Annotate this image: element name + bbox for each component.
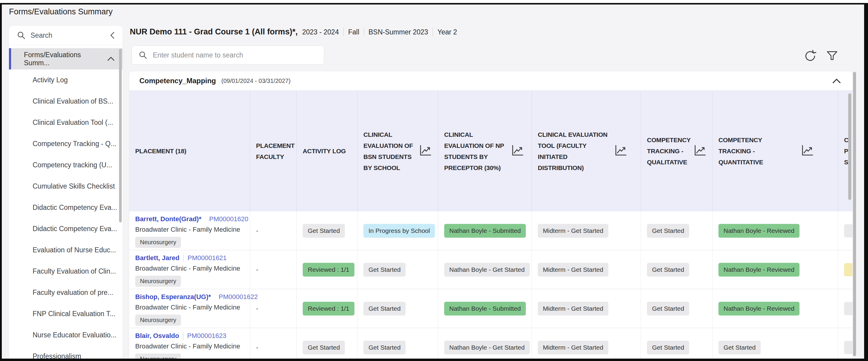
status-badge[interactable]: Get Started <box>718 341 761 354</box>
sidebar-item-didactic-competency-eva-2[interactable]: Didactic Competency Eva... <box>9 218 123 239</box>
placement-faculty-cell: - <box>250 289 297 328</box>
status-badge[interactable]: Nathan Boyle - Submitted <box>444 302 526 315</box>
status-badge[interactable]: Get Started <box>364 341 406 354</box>
competency-qualitative-cell: Get Started <box>641 328 712 359</box>
column-header-clinical-eval-tool: CLINICAL EVALUATION TOOL (FACULTY INITIA… <box>532 91 641 211</box>
sidebar-item-evaluation-of-nurse-educator[interactable]: Evaluation of Nurse Educ... <box>9 239 123 261</box>
chart-icon[interactable] <box>510 144 524 158</box>
filter-button[interactable] <box>826 49 839 62</box>
sidebar-collapse-button[interactable] <box>110 31 115 39</box>
placement-id-link[interactable]: PM00001620 <box>209 215 248 223</box>
chart-icon[interactable] <box>614 144 627 158</box>
placement-id-link[interactable]: PM00001621 <box>188 254 227 262</box>
status-badge[interactable]: Get Started <box>647 302 689 315</box>
course-header: NUR Demo 111 - Grad Course 1 (All forms)… <box>130 26 457 38</box>
status-badge[interactable]: Midterm - Get Started <box>538 302 609 315</box>
chart-icon[interactable] <box>418 144 432 158</box>
sidebar-item-competency-tracking-qualitative[interactable]: Competency Tracking - Q... <box>9 133 123 154</box>
sidebar-item-clinical-evaluation-tool[interactable]: Clinical Evaluation Tool (... <box>9 112 123 133</box>
top-strip <box>0 0 868 3</box>
sidebar-item-faculty-evaluation-of-clinical[interactable]: Faculty Evaluation of Clin... <box>9 261 123 282</box>
table-row: Bartlett, Jared PM00001621 Broadwater Cl… <box>129 250 852 289</box>
status-badge[interactable] <box>844 302 852 315</box>
table-row: Bishop, Esperanza(UG)* PM00001622 Broadw… <box>129 289 852 328</box>
status-badge[interactable]: Nathan Boyle - Get Started <box>444 341 530 354</box>
student-search-input[interactable] <box>152 51 317 60</box>
table-row: Barrett, Donte(Grad)* PM00001620 Broadwa… <box>129 211 852 250</box>
page-title: Forms/Evaluations Summary <box>9 7 113 17</box>
sidebar-item-professionalism[interactable]: Professionalism <box>9 346 123 361</box>
sidebar-item-cumulative-skills-checklist[interactable]: Cumulative Skills Checklist <box>9 176 123 197</box>
status-badge[interactable]: Nathan Boyle - Reviewed <box>718 224 800 238</box>
placement-cell: Barrett, Donte(Grad)* PM00001620 Broadwa… <box>129 211 250 250</box>
clinical-eval-tool-cell: Midterm - Get Started <box>532 211 641 250</box>
clinical-eval-tool-cell: Midterm - Get Started <box>532 328 641 359</box>
sidebar-search[interactable]: Search <box>9 26 123 45</box>
sidebar-item-activity-log[interactable]: Activity Log <box>9 69 123 91</box>
section-date-range: (09/01/2024 - 03/31/2027) <box>221 78 290 84</box>
status-badge[interactable]: Midterm - Get Started <box>538 224 609 238</box>
table-scrollbar[interactable] <box>848 93 851 200</box>
sidebar-item-didactic-competency-eva-1[interactable]: Didactic Competency Eva... <box>9 197 123 218</box>
sidebar-scrollbar[interactable] <box>119 49 122 222</box>
clinical-eval-bsn-cell: Get Started <box>358 289 438 328</box>
activity-log-cell: Get Started <box>297 211 358 250</box>
status-badge[interactable]: Reviewed : 1/1 <box>303 302 354 315</box>
divider <box>364 27 364 36</box>
clinical-eval-bsn-cell: Get Started <box>358 328 438 359</box>
competency-quantitative-cell: Get Started <box>712 328 838 359</box>
chevron-up-icon <box>107 57 115 61</box>
placement-site: Broadwater Clinic - Family Medicine <box>135 303 247 311</box>
student-name-link[interactable]: Blair, Osvaldo <box>135 332 179 340</box>
status-badge[interactable]: Nathan Boyle - Submitted <box>444 224 526 238</box>
placement-id-link[interactable]: PM00001623 <box>187 332 226 340</box>
section-title: Competency_Mapping <box>140 77 216 85</box>
sidebar-item-fnp-clinical-evaluation[interactable]: FNP Clinical Evaluation T... <box>9 303 123 325</box>
competency-mapping-card: Competency_Mapping (09/01/2024 - 03/31/2… <box>129 71 852 359</box>
status-badge[interactable] <box>844 263 852 276</box>
placement-cell: Blair, Osvaldo PM00001623 Broadwater Cli… <box>129 328 250 359</box>
column-header-placement-faculty: PLACEMENT FACULTY <box>250 91 297 211</box>
sidebar-item-competency-tracking-ug[interactable]: Competency tracking (U... <box>9 154 123 176</box>
sidebar-item-nurse-educator-evaluation[interactable]: Nurse Educator Evaluatio... <box>9 325 123 346</box>
student-search-box[interactable] <box>132 46 324 65</box>
student-name-link[interactable]: Bartlett, Jared <box>135 254 180 262</box>
sidebar-item-faculty-evaluation-of-preceptor[interactable]: Faculty evaluation of pre... <box>9 282 123 303</box>
chart-icon[interactable] <box>693 144 707 158</box>
sidebar-item-clinical-evaluation-of-bsn[interactable]: Clinical Evaluation of BS... <box>9 91 123 112</box>
clinical-eval-np-cell: Nathan Boyle - Submitted <box>438 289 532 328</box>
search-icon <box>138 51 148 60</box>
status-badge[interactable]: Get Started <box>647 263 689 277</box>
status-badge[interactable]: Get Started <box>303 341 345 354</box>
placement-faculty-cell: - <box>250 211 297 250</box>
status-badge[interactable]: Nathan Boyle - Reviewed <box>718 302 800 315</box>
chart-icon[interactable] <box>800 144 814 158</box>
status-badge[interactable]: Nathan Boyle - Get Started <box>444 263 530 277</box>
status-badge[interactable]: Nathan Boyle - Reviewed <box>718 263 800 277</box>
page-scrollbar[interactable] <box>853 72 856 356</box>
section-collapse-button[interactable] <box>832 79 841 84</box>
clinical-eval-tool-cell: Midterm - Get Started <box>532 289 641 328</box>
specialty-tag: Neurosurgery <box>135 314 181 326</box>
status-badge[interactable]: Get Started <box>303 224 345 238</box>
divider <box>183 332 183 340</box>
sidebar-item-forms-evaluations-summary[interactable]: Forms/Evaluations Summ... <box>9 48 123 69</box>
column-header-placement: PLACEMENT (18) <box>129 91 250 211</box>
status-badge[interactable] <box>844 341 852 354</box>
course-meta-cohort: BSN-Summer 2023 <box>369 28 428 36</box>
status-badge[interactable]: Get Started <box>364 302 406 315</box>
status-badge[interactable]: Get Started <box>364 263 406 277</box>
status-badge[interactable]: Get Started <box>647 224 689 238</box>
status-badge[interactable] <box>844 224 852 237</box>
status-badge[interactable]: Reviewed : 1/1 <box>303 263 354 277</box>
refresh-button[interactable] <box>804 49 817 62</box>
status-badge[interactable]: Midterm - Get Started <box>538 341 609 354</box>
section-header: Competency_Mapping (09/01/2024 - 03/31/2… <box>129 71 852 91</box>
student-name-link[interactable]: Bishop, Esperanza(UG)* <box>135 293 211 301</box>
status-badge[interactable]: Get Started <box>647 341 689 354</box>
status-badge[interactable]: Midterm - Get Started <box>538 263 609 277</box>
sidebar: Search Forms/Evaluations Summ... Activit… <box>9 26 123 359</box>
student-name-link[interactable]: Barrett, Donte(Grad)* <box>135 215 201 223</box>
competency-quantitative-cell: Nathan Boyle - Reviewed <box>712 211 838 250</box>
status-badge[interactable]: In Progress by School <box>364 224 435 238</box>
